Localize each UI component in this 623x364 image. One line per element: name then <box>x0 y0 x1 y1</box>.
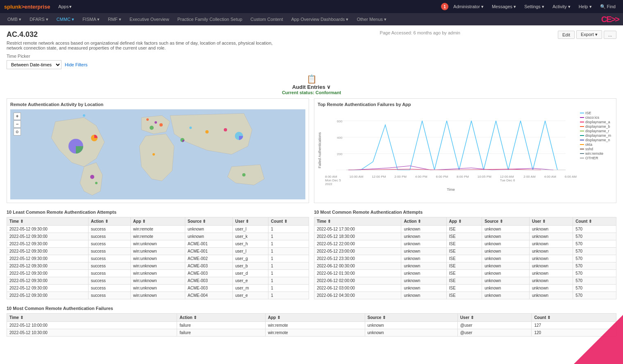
th-action-lc[interactable]: Action ⇕ <box>88 217 130 226</box>
map-zoom-out-button[interactable]: − <box>14 120 21 128</box>
table-cell: win:unknown <box>130 277 185 285</box>
table-cell: 120 <box>532 329 616 337</box>
map-reset-button[interactable]: ⊙ <box>14 128 21 136</box>
least-common-table-section: 10 Least Common Remote Authentication At… <box>7 210 309 299</box>
th-app-lc[interactable]: App ⇕ <box>130 217 185 226</box>
table-cell: 570 <box>573 240 616 248</box>
th-time-f[interactable]: Time ⇕ <box>7 314 177 322</box>
nav-other[interactable]: Other Menus ▾ <box>353 15 390 24</box>
charts-row: Remote Authentication Activity by Locati… <box>7 98 616 203</box>
line-chart-container: Top Remote Authentication Failures by Ap… <box>314 98 616 203</box>
table-cell: unknown <box>482 226 530 233</box>
table-cell: ISE <box>446 255 482 262</box>
nav-pfcs[interactable]: Practice Family Collection Setup <box>174 15 246 23</box>
table-cell: 1 <box>268 233 309 240</box>
more-button[interactable]: ... <box>604 31 616 39</box>
th-count-mc[interactable]: Count ⇕ <box>573 217 616 226</box>
table-cell: unknown <box>365 329 457 337</box>
table-cell: 1 <box>268 240 309 248</box>
table-cell: unknown <box>482 277 530 285</box>
y-axis-label: Failed Authentications <box>318 132 322 168</box>
edit-button[interactable]: Edit <box>558 31 575 39</box>
th-time-mc[interactable]: Time ⇕ <box>314 217 401 226</box>
th-source-lc[interactable]: Source ⇕ <box>185 217 232 226</box>
th-source-f[interactable]: Source ⇕ <box>365 314 457 322</box>
line-chart-svg: 600 400 200 <box>325 113 577 174</box>
apps-label: Apps <box>58 4 68 9</box>
table-cell: user_e <box>233 277 268 285</box>
help-menu[interactable]: Help ▾ <box>575 2 595 11</box>
th-action-mc[interactable]: Action ⇕ <box>401 217 446 226</box>
activity-menu[interactable]: Activity ▾ <box>549 2 574 11</box>
legend-item-cisco: cisco:ics <box>580 115 613 120</box>
least-common-table: Time ⇕ Action ⇕ App ⇕ Source ⇕ User ⇕ Co… <box>7 217 309 299</box>
nav-exec[interactable]: Executive Overview <box>126 15 173 23</box>
table-cell: success <box>88 262 130 270</box>
th-user-f[interactable]: User ⇕ <box>457 314 532 322</box>
map-zoom-in-button[interactable]: + <box>14 113 21 120</box>
table-cell: ACME-003 <box>185 277 232 285</box>
nav-omb[interactable]: OMB ▾ <box>4 15 25 24</box>
table-cell: user_e <box>233 292 268 299</box>
most-common-table: Time ⇕ Action ⇕ App ⇕ Source ⇕ User ⇕ Co… <box>314 217 616 299</box>
table-cell: unknown <box>529 277 573 285</box>
table-cell: 2022-05-12 09:30:00 <box>7 270 89 277</box>
table-cell: ACME-002 <box>185 255 232 262</box>
th-app-f[interactable]: App ⇕ <box>265 314 365 322</box>
find-button[interactable]: 🔍 Find <box>597 2 619 11</box>
th-count-f[interactable]: Count ⇕ <box>532 314 616 322</box>
page-title: AC.4.032 <box>7 30 282 39</box>
table-row: 2022-06-12 03:00:00unknownISEunknownunkn… <box>314 285 616 292</box>
page-title-area: AC.4.032 Restrict remote network access … <box>7 30 282 50</box>
time-picker-select[interactable]: Between Date-times <box>7 60 61 69</box>
nav-fisma[interactable]: FISMA ▾ <box>79 15 103 24</box>
table-cell: 2022-05-12 09:30:00 <box>7 240 89 248</box>
th-user-lc[interactable]: User ⇕ <box>233 217 268 226</box>
table-cell: success <box>88 270 130 277</box>
table-cell: unknown <box>529 270 573 277</box>
table-cell: ACME-003 <box>185 285 232 292</box>
th-time-lc[interactable]: Time ⇕ <box>7 217 89 226</box>
map-container: Remote Authentication Activity by Locati… <box>7 98 309 203</box>
table-cell: ISE <box>446 292 482 299</box>
map-section-title: Remote Authentication Activity by Locati… <box>10 102 305 107</box>
nav-cmmc[interactable]: CMMC ▾ <box>53 15 77 24</box>
table-cell: unknown <box>401 255 446 262</box>
table-cell: unknown <box>401 262 446 270</box>
table-cell: ISE <box>446 240 482 248</box>
nav-appov[interactable]: App Overview Dashboards ▾ <box>288 15 352 24</box>
settings-menu[interactable]: Settings ▾ <box>521 2 548 11</box>
table-cell: 1 <box>268 262 309 270</box>
table-row: 2022-06-12 02:00:00unknownISEunknownunkn… <box>314 277 616 285</box>
nav-custom[interactable]: Custom Content <box>247 15 286 23</box>
th-action-f[interactable]: Action ⇕ <box>177 314 265 322</box>
messages-menu[interactable]: Messages ▾ <box>489 2 519 11</box>
nav-rmf[interactable]: RMF ▾ <box>105 15 125 24</box>
th-user-mc[interactable]: User ⇕ <box>529 217 573 226</box>
table-cell: unknown <box>482 285 530 292</box>
audit-entries-section: 📋 Audit Entries ∨ Current status: Confor… <box>7 74 616 95</box>
legend-item-dm: displayname_m <box>580 133 613 138</box>
time-picker-section: Time Picker Between Date-times Hide Filt… <box>7 54 616 69</box>
map-area[interactable]: + − ⊙ <box>10 109 305 199</box>
administrator-menu[interactable]: Administrator ▾ <box>450 2 487 11</box>
apps-menu[interactable]: Apps ▾ <box>55 2 75 11</box>
table-cell: unknown <box>482 240 530 248</box>
table-cell: 2022-05-12 23:30:00 <box>314 255 401 262</box>
th-app-mc[interactable]: App ⇕ <box>446 217 482 226</box>
table-cell: unknown <box>529 233 573 240</box>
nav-dfars[interactable]: DFARS ▾ <box>26 15 52 24</box>
table-cell: win:remote <box>130 226 185 233</box>
th-source-mc[interactable]: Source ⇕ <box>482 217 530 226</box>
export-button[interactable]: Export ▾ <box>576 30 602 39</box>
page-meta: Page Accessed: 6 months ago by admin <box>282 30 558 35</box>
table-cell: unknown <box>365 322 457 329</box>
table-cell: success <box>88 277 130 285</box>
table-cell: unknown <box>185 233 232 240</box>
th-count-lc[interactable]: Count ⇕ <box>268 217 309 226</box>
hide-filters-link[interactable]: Hide Filters <box>65 62 88 67</box>
audit-title[interactable]: Audit Entries ∨ <box>7 84 616 90</box>
table-row: 2022-05-12 09:30:00successwin:unknownACM… <box>7 248 309 255</box>
page-actions: Edit Export ▾ ... <box>558 30 616 39</box>
table-cell: unknown <box>401 248 446 255</box>
